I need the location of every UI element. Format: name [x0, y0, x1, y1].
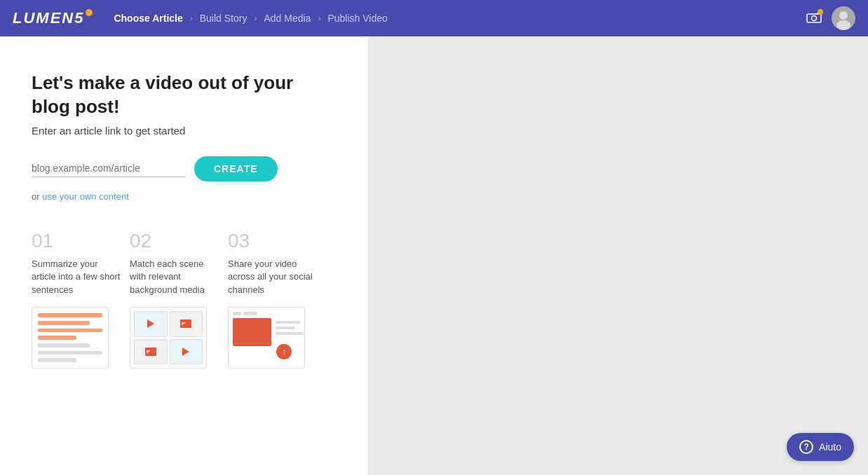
illus-line	[38, 321, 90, 325]
create-button[interactable]: CREATE	[194, 156, 278, 181]
main-layout: Let's make a video out of your blog post…	[0, 36, 868, 475]
steps-row: 01 Summarize your article into a few sho…	[32, 230, 337, 369]
step-item-2: 02 Match each scene with relevant backgr…	[130, 230, 221, 369]
illus-cell-image-1	[170, 311, 203, 337]
header: LUMEN5 Choose Article › Build Story › Ad…	[0, 0, 868, 36]
help-circle-icon: ?	[799, 440, 813, 454]
illus-3-inner	[233, 318, 300, 346]
step-illustration-3: ↑	[228, 307, 305, 369]
step-desc-3: Share your video across all your social …	[228, 258, 319, 298]
illus-3-lines	[276, 318, 304, 335]
svg-point-4	[839, 11, 848, 20]
logo-text: LUMEN5	[13, 9, 84, 27]
step-item-1: 01 Summarize your article into a few sho…	[32, 230, 123, 369]
illus-cell-video-2	[170, 339, 203, 365]
illus-cell-video-1	[134, 311, 168, 337]
avatar[interactable]	[832, 6, 855, 30]
left-panel: Let's make a video out of your blog post…	[0, 36, 368, 475]
step-number-3: 03	[228, 230, 319, 252]
illus-video-preview	[233, 318, 271, 346]
image-icon	[180, 319, 191, 328]
step-illustration-2	[130, 307, 207, 369]
play-icon	[147, 319, 154, 328]
svg-point-5	[836, 20, 850, 30]
upload-icon: ↑	[276, 344, 292, 359]
page-headline: Let's make a video out of your blog post…	[32, 71, 337, 119]
play-icon	[182, 347, 189, 356]
step-desc-2: Match each scene with relevant backgroun…	[130, 258, 221, 298]
nav-chevron-3: ›	[318, 13, 320, 23]
illus-line	[38, 313, 102, 317]
camera-icon-wrap[interactable]	[806, 11, 822, 27]
or-line: or use your own content	[32, 191, 337, 202]
illus-line	[276, 321, 300, 324]
page-subheadline: Enter an article link to get started	[32, 125, 337, 137]
illus-line	[38, 343, 90, 347]
own-content-link[interactable]: use your own content	[42, 191, 129, 202]
illus-cell-image-2	[134, 339, 168, 365]
illus-line	[276, 326, 295, 329]
article-input-row: CREATE	[32, 156, 337, 181]
illus-line	[38, 329, 102, 333]
nav-chevron-1: ›	[190, 13, 193, 23]
help-button[interactable]: ? Aiuto	[787, 433, 854, 461]
nav-step-add-media[interactable]: Add Media	[264, 13, 311, 24]
step-illustration-1	[32, 307, 109, 369]
step-number-2: 02	[130, 230, 221, 252]
nav-steps: Choose Article › Build Story › Add Media…	[114, 13, 806, 24]
nav-step-build-story[interactable]: Build Story	[200, 13, 247, 24]
illus-line	[276, 332, 304, 335]
illus-line	[38, 351, 102, 355]
logo-dot	[86, 9, 93, 16]
illus-line	[38, 336, 76, 340]
article-url-input[interactable]	[32, 160, 186, 177]
svg-point-2	[812, 15, 817, 20]
play-icon	[249, 328, 256, 336]
help-label: Aiuto	[819, 441, 841, 453]
nav-step-publish-video[interactable]: Publish Video	[327, 13, 387, 24]
nav-step-choose-article[interactable]: Choose Article	[114, 13, 182, 24]
step-desc-1: Summarize your article into a few short …	[32, 258, 123, 298]
illus-line	[38, 358, 76, 362]
header-right	[806, 6, 855, 30]
nav-chevron-2: ›	[254, 13, 257, 23]
right-panel	[368, 36, 868, 475]
or-text: or	[32, 191, 42, 202]
step-item-3: 03 Share your video across all your soci…	[228, 230, 319, 369]
image-icon	[145, 347, 156, 356]
step-number-1: 01	[32, 230, 123, 252]
logo[interactable]: LUMEN5	[13, 9, 93, 27]
upload-arrow: ↑	[282, 347, 286, 356]
notification-dot	[818, 9, 823, 15]
